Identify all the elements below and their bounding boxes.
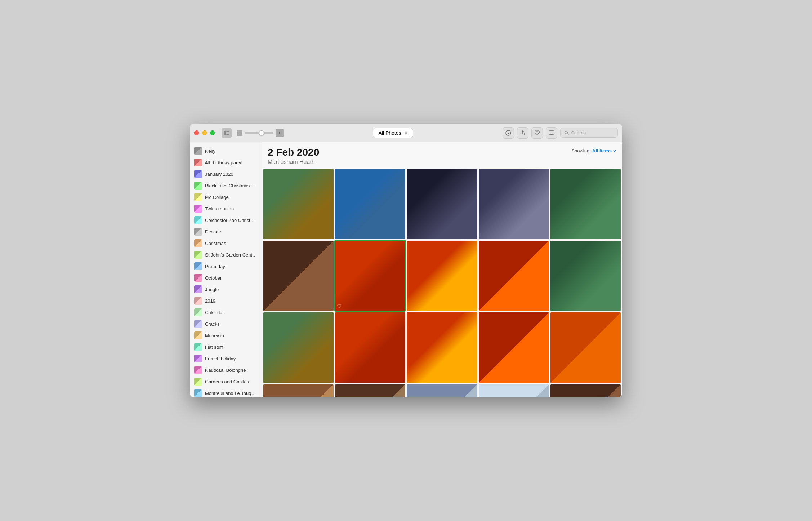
photo-cell-r2c2[interactable]: ♡ [335,241,405,311]
sidebar-thumb-18 [194,355,202,362]
sidebar-item-0[interactable]: Nelly [190,145,262,157]
sidebar-label-16: Money in [205,333,224,338]
sidebar-thumb-5 [194,205,202,213]
sidebar-label-13: 2019 [205,298,215,304]
sidebar-item-15[interactable]: Cracks [190,318,262,330]
photo-cell-r1c4[interactable] [479,169,549,239]
sidebar-item-19[interactable]: Nauticaa, Bolongne [190,364,262,376]
main-content: Nelly 4th birthday party! January 2020 B… [190,142,622,397]
photo-cell-r1c1[interactable] [263,169,334,239]
sidebar-item-2[interactable]: January 2020 [190,168,262,180]
sidebar-thumb-12 [194,285,202,293]
photo-cell-r2c4[interactable] [479,241,549,311]
svg-rect-0 [224,131,226,135]
sidebar-item-10[interactable]: Prem day [190,260,262,272]
fullscreen-button[interactable] [210,130,215,135]
slideshow-button[interactable] [546,127,557,139]
sidebar-thumb-14 [194,308,202,316]
sidebar-thumb-3 [194,182,202,190]
sidebar-thumb-19 [194,366,202,374]
photo-cell-r3c2[interactable] [335,312,405,383]
search-box[interactable]: Search [560,128,618,138]
svg-line-12 [567,134,569,135]
sidebar-item-13[interactable]: 2019 [190,295,262,307]
svg-rect-2 [226,133,229,133]
photo-grid: ♡1:300:16 [262,168,622,397]
main-window: All Photos [190,124,622,397]
sidebar-thumb-16 [194,331,202,339]
sidebar-item-12[interactable]: Jungle [190,284,262,295]
sidebar-label-14: Calendar [205,310,224,315]
photo-cell-r3c1[interactable] [263,312,334,383]
sidebar-thumb-0 [194,147,202,155]
photo-cell-r4c3[interactable]: 1:30 [407,384,477,397]
sidebar-item-17[interactable]: Flat stuff [190,341,262,353]
sidebar: Nelly 4th birthday party! January 2020 B… [190,142,262,397]
sidebar-item-9[interactable]: St John's Garden Centre C… [190,249,262,260]
close-button[interactable] [194,130,199,135]
share-button[interactable] [517,127,528,139]
sidebar-label-1: 4th birthday party! [205,160,242,165]
sidebar-thumb-9 [194,251,202,259]
sidebar-thumb-20 [194,378,202,386]
sidebar-item-14[interactable]: Calendar [190,307,262,318]
svg-point-9 [508,132,509,132]
sidebar-toggle-icon[interactable] [222,128,232,138]
sidebar-thumb-1 [194,159,202,166]
sidebar-item-7[interactable]: Decade [190,226,262,237]
sidebar-label-20: Gardens and Castles [205,379,249,384]
photo-cell-r2c3[interactable] [407,241,477,311]
sidebar-item-5[interactable]: Twins reunion [190,203,262,214]
sidebar-item-3[interactable]: Black Tiles Christmas part… [190,180,262,191]
zoom-slider[interactable] [245,132,273,134]
svg-rect-3 [226,134,229,135]
showing-label: Showing: [571,148,590,153]
sidebar-label-5: Twins reunion [205,206,234,211]
photo-cell-r3c4[interactable] [479,312,549,383]
sidebar-thumb-21 [194,389,202,397]
sidebar-thumb-8 [194,239,202,247]
sidebar-thumb-10 [194,262,202,270]
sidebar-item-11[interactable]: October [190,272,262,284]
photo-cell-r2c1[interactable] [263,241,334,311]
svg-rect-10 [549,131,554,134]
sidebar-label-21: Montreuil and Le Touquet [205,391,257,396]
sidebar-thumb-17 [194,343,202,351]
all-photos-label: All Photos [378,130,401,136]
zoom-out-icon [237,130,242,136]
photo-cell-r4c5[interactable] [550,384,621,397]
photo-area[interactable]: 2 Feb 2020 Martlesham Heath Showing: All… [262,142,622,397]
photo-cell-r4c4[interactable]: 0:16 [479,384,549,397]
photo-cell-r1c2[interactable] [335,169,405,239]
sidebar-thumb-13 [194,297,202,305]
sidebar-thumb-11 [194,274,202,282]
photo-cell-r4c2[interactable] [335,384,405,397]
sidebar-label-9: St John's Garden Centre C… [205,252,257,258]
svg-rect-4 [238,133,241,133]
showing-badge: Showing: All Items [571,148,616,153]
svg-rect-1 [226,131,229,132]
sidebar-item-6[interactable]: Colchester Zoo Christmas [190,214,262,226]
sidebar-item-1[interactable]: 4th birthday party! [190,157,262,168]
info-button[interactable] [503,127,514,139]
sidebar-item-8[interactable]: Christmas [190,237,262,249]
sidebar-item-21[interactable]: Montreuil and Le Touquet [190,387,262,397]
favorite-button[interactable] [531,127,543,139]
search-placeholder: Search [571,130,586,135]
photo-cell-r4c1[interactable] [263,384,334,397]
sidebar-label-4: Pic Collage [205,195,229,200]
sidebar-item-18[interactable]: French holiday [190,353,262,364]
sidebar-thumb-7 [194,228,202,236]
photo-cell-r1c5[interactable] [550,169,621,239]
minimize-button[interactable] [202,130,207,135]
photo-cell-r3c3[interactable] [407,312,477,383]
sidebar-item-20[interactable]: Gardens and Castles [190,376,262,387]
all-photos-dropdown[interactable]: All Photos [373,128,413,138]
sidebar-item-16[interactable]: Money in [190,330,262,341]
photo-cell-r1c3[interactable] [407,169,477,239]
sidebar-item-4[interactable]: Pic Collage [190,191,262,203]
traffic-lights [194,130,215,135]
sidebar-label-10: Prem day [205,264,225,269]
photo-cell-r3c5[interactable] [550,312,621,383]
photo-cell-r2c5[interactable] [550,241,621,311]
